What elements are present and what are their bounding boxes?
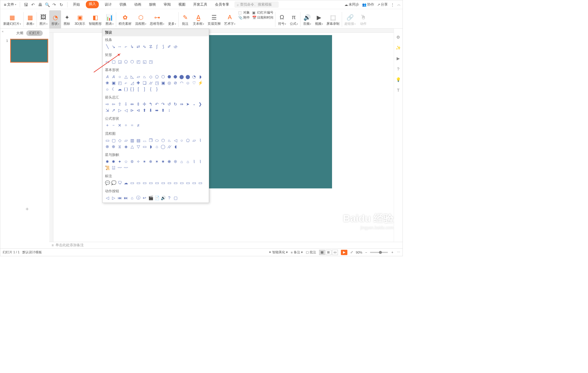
fc-prep-icon[interactable]: ⬡ [160,137,166,143]
more-menu-icon[interactable]: ⋮ [391,3,394,7]
mindmap-button[interactable]: ⊶思维导图▾ [148,10,166,29]
rbrace-icon[interactable]: } [154,86,160,92]
arrow-a4-icon[interactable]: ⊳ [129,107,135,113]
fc-process-icon[interactable]: ▭ [104,137,110,143]
arc-icon[interactable]: ◠ [179,80,185,86]
fit-icon[interactable]: ⤢ [350,250,353,254]
scribble-icon[interactable]: ✐ [166,44,172,50]
slide-number-button[interactable]: ▣幻灯片编号 [252,10,273,15]
arrow-a6-icon[interactable]: ⬆ [142,107,147,113]
star6-icon[interactable]: ✡ [129,159,135,165]
fc-or-icon[interactable]: ⊕ [111,144,116,149]
action-button[interactable]: 🖱动作 [357,10,369,29]
fc-alt-icon[interactable]: ▢ [111,137,116,143]
decagon-icon[interactable]: ⬤ [179,74,185,80]
star5-icon[interactable]: ☆ [123,159,129,165]
chart-button[interactable]: 📊图表▾ [104,10,115,29]
textbox-shape-icon[interactable]: 𝘈 [104,74,110,80]
slide-counter[interactable]: 幻灯片 1 / 1 [3,250,19,254]
picture-button[interactable]: 🖼图片▾ [37,10,49,29]
line-double-icon[interactable]: ↔ [117,44,123,50]
redo-icon[interactable]: ↷ [52,2,57,7]
callout-bent1-icon[interactable]: ▭ [148,180,154,186]
action-sound-icon[interactable]: 🔊 [160,195,166,201]
snip-rect-icon[interactable]: ◲ [117,59,123,65]
notequal-shape-icon[interactable]: ≠ [135,122,141,128]
plaque-icon[interactable]: ❏ [142,80,147,86]
callout-border1-icon[interactable]: ▭ [185,180,191,186]
lightning-icon[interactable]: ⚡ [197,80,203,86]
fc-extract-icon[interactable]: △ [129,144,135,149]
pentagon-icon[interactable]: ⬠ [154,74,160,80]
sync-status[interactable]: ☁ 未同步 [344,2,359,7]
callout-cloud-icon[interactable]: ☁ [123,180,129,186]
half-frame-icon[interactable]: ◰ [117,80,123,86]
add-slide-button[interactable]: ＋ [5,205,49,212]
fc-storage-icon[interactable]: ▭ [142,144,147,149]
double-wave-icon[interactable]: 〰 [123,165,129,171]
round2-icon[interactable]: ◱ [142,59,147,65]
divide-shape-icon[interactable]: ÷ [123,122,129,128]
shape-button[interactable]: ◔形状▾ [49,10,61,29]
bevel-icon[interactable]: ▣ [160,80,166,86]
fc-offpage-icon[interactable]: ⬠ [185,137,191,143]
cloud-icon[interactable]: ☁ [117,86,123,92]
snip3-rect-icon[interactable]: ⬡ [129,59,135,65]
tab-insert[interactable]: 插入 [86,1,99,8]
elbow-arrow-icon[interactable]: ↳ [129,44,135,50]
undo-icon[interactable]: ↶ [31,2,35,7]
fc-collate-icon[interactable]: ⧖ [117,144,123,149]
star10-icon[interactable]: ✵ [148,159,154,165]
scribble2-icon[interactable]: ಄ [173,44,178,50]
star16-icon[interactable]: ✷ [160,159,166,165]
fc-merge-icon[interactable]: ▽ [135,144,141,149]
fc-predef-icon[interactable]: ▥ [129,137,135,143]
tab-animation[interactable]: 动画 [132,1,143,8]
line-arrow-icon[interactable]: ↘ [111,44,116,50]
round-snip-icon[interactable]: ◰ [135,59,141,65]
arrow-pentagon-icon[interactable]: ⬩ [191,101,197,107]
fc-input-icon[interactable]: ◁ [173,137,178,143]
ribbon-curl2-icon[interactable]: ⌇ [197,159,203,165]
star12-icon[interactable]: ✶ [154,159,160,165]
freeform-icon[interactable]: ⟆ [160,44,166,50]
smiley-icon[interactable]: ☺ [185,80,191,86]
ribbon-down-icon[interactable]: ⌂ [185,159,191,165]
equation-button[interactable]: π公式▾ [288,10,300,29]
ribbon-curl-icon[interactable]: ⌇ [191,159,197,165]
action-movie-icon[interactable]: 🎬 [148,195,154,201]
action-info-icon[interactable]: ⓘ [135,195,141,201]
cube-icon[interactable]: ◳ [154,80,160,86]
normal-view-icon[interactable]: ▦ [319,250,325,255]
outline-tab[interactable]: 大纲 [15,30,24,36]
tab-design[interactable]: 设计 [103,1,114,8]
rbracket-icon[interactable]: ] [142,86,147,92]
star24-icon[interactable]: ❋ [166,159,172,165]
tab-devtools[interactable]: 开发工具 [191,1,209,8]
tab-transition[interactable]: 切换 [118,1,128,8]
callout-accent3-icon[interactable]: ▭ [179,180,185,186]
cross-icon[interactable]: ✚ [135,80,141,86]
action-home-icon[interactable]: ⌂ [129,195,135,201]
arrow-a9-icon[interactable]: ⬍ [160,107,166,113]
arrow-curve-icon[interactable]: ↷ [160,101,166,107]
action-doc-icon[interactable]: 📄 [154,195,160,201]
audio-button[interactable]: 🔊音频▾ [301,10,313,29]
sun-icon[interactable]: ☼ [104,86,110,92]
slideshow-play-button[interactable]: ▶ [341,250,347,255]
reading-view-icon[interactable]: ▭ [332,250,338,255]
curve3-icon[interactable]: ʃ [154,44,160,50]
material-button[interactable]: ✿稻壳素材 [117,10,133,29]
donut-icon[interactable]: ◎ [166,80,172,86]
elbow-icon[interactable]: ⌐ [123,44,129,50]
save-icon[interactable]: 🖫 [24,2,28,7]
fc-disk-icon[interactable]: ⌭ [166,144,172,149]
collapse-panel-icon[interactable]: « [0,29,5,242]
arrow-lr-icon[interactable]: ⇔ [129,101,135,107]
print-preview-icon[interactable]: 🔍 [45,2,50,7]
arrow-a5-icon[interactable]: ⊲ [135,107,141,113]
action-blank-icon[interactable]: ▢ [173,195,178,201]
callout-line3-icon[interactable]: ▭ [142,180,147,186]
fc-seq-icon[interactable]: ⌂ [154,144,160,149]
action-back-icon[interactable]: ◁ [104,195,110,201]
